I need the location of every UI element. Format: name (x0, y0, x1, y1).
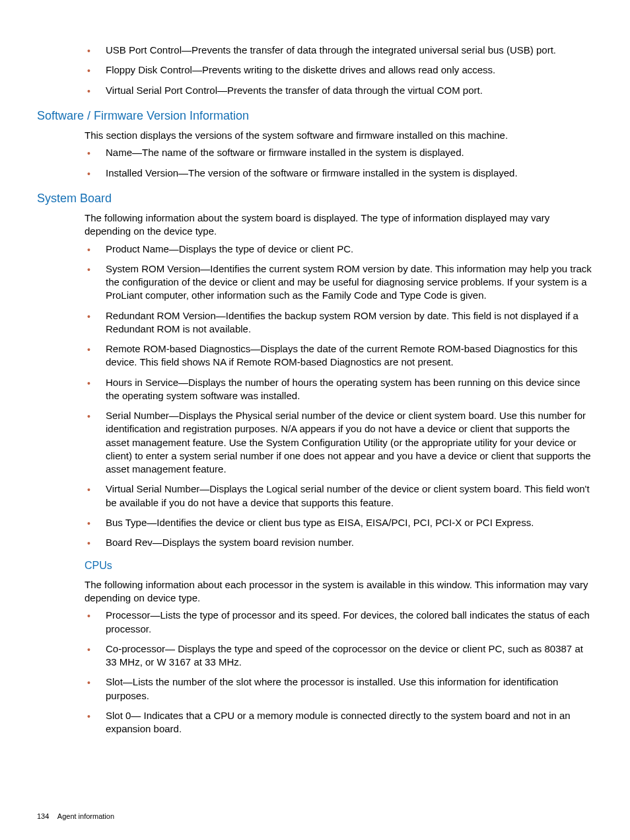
board-bullet-list: Product Name—Displays the type of device… (37, 243, 593, 550)
list-item: Hours in Service—Displays the number of … (106, 376, 593, 403)
list-item: Bus Type—Identifies the device or client… (106, 516, 593, 529)
list-item: Slot 0— Indicates that a CPU or a memory… (106, 709, 593, 736)
list-item: Slot—Lists the number of the slot where … (106, 675, 593, 703)
list-item: Redundant ROM Version—Identifies the bac… (106, 309, 593, 336)
list-item: USB Port Control—Prevents the transfer o… (106, 44, 593, 57)
document-page: USB Port Control—Prevents the transfer o… (0, 0, 630, 840)
footer-label: Agent information (57, 812, 114, 820)
list-item: Co-processor— Displays the type and spee… (106, 642, 593, 669)
paragraph: The following information about each pro… (85, 578, 593, 605)
software-bullet-list: Name—The name of the software or firmwar… (37, 146, 593, 180)
list-item: Processor—Lists the type of processor an… (106, 609, 593, 636)
page-footer: 134 Agent information (37, 812, 114, 821)
heading-system-board: System Board (37, 190, 593, 206)
list-item: Virtual Serial Port Control—Prevents the… (106, 84, 593, 97)
heading-software-firmware: Software / Firmware Version Information (37, 108, 593, 124)
list-item: Floppy Disk Control—Prevents writing to … (106, 63, 593, 77)
heading-cpus: CPUs (85, 558, 593, 573)
list-item: Name—The name of the software or firmwar… (106, 146, 593, 159)
list-item: Serial Number—Displays the Physical seri… (106, 409, 593, 476)
cpus-bullet-list: Processor—Lists the type of processor an… (37, 609, 593, 736)
list-item: Virtual Serial Number—Displays the Logic… (106, 482, 593, 510)
list-item: Installed Version—The version of the sof… (106, 167, 593, 180)
list-item: Remote ROM-based Diagnostics—Displays th… (106, 342, 593, 369)
list-item: System ROM Version—Identifies the curren… (106, 262, 593, 303)
list-item: Product Name—Displays the type of device… (106, 243, 593, 256)
top-bullet-list: USB Port Control—Prevents the transfer o… (37, 44, 593, 97)
paragraph: This section displays the versions of th… (85, 129, 593, 142)
list-item: Board Rev—Displays the system board revi… (106, 536, 593, 549)
page-number: 134 (37, 812, 49, 820)
paragraph: The following information about the syst… (85, 211, 593, 239)
